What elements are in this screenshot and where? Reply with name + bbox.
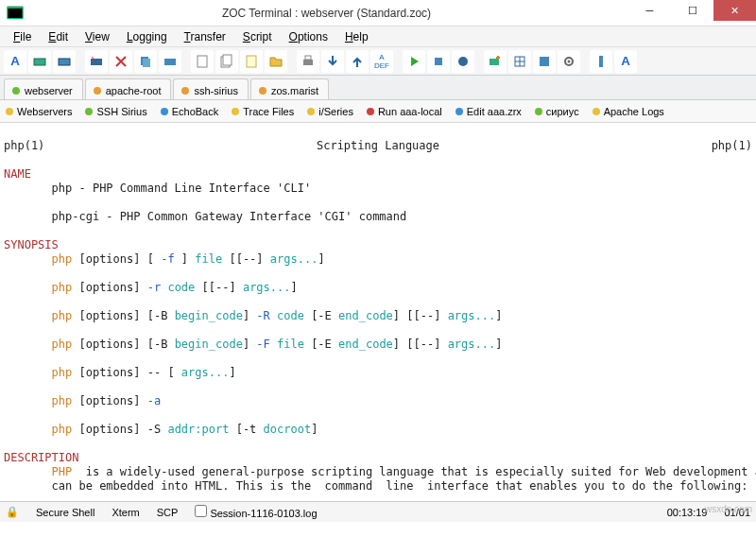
tb-grid1-icon[interactable] (508, 50, 531, 73)
bm-trace-files[interactable]: Trace Files (232, 106, 294, 117)
tab-label: apache-root (106, 85, 162, 96)
menu-transfer[interactable]: Transfer (177, 28, 233, 45)
section-synopsis: SYNOPSIS (4, 238, 59, 251)
bm-sirius-cyr[interactable]: сириус (535, 106, 579, 117)
statusbar: 🔒 Secure Shell Xterm SCP Session-1116-01… (0, 501, 756, 522)
tb-copy-icon[interactable] (134, 50, 157, 73)
status-log-toggle[interactable]: Session-1116-0103.log (195, 505, 317, 519)
bm-run-aaa[interactable]: Run aaa-local (367, 106, 442, 117)
tb-page-icon[interactable] (191, 50, 214, 73)
bookmark-bar: Webservers SSH Sirius EchoBack Trace Fil… (0, 100, 756, 123)
tb-connect-icon[interactable] (28, 50, 51, 73)
t: -f (161, 252, 174, 266)
cmd: php (4, 338, 72, 351)
tb-record-icon[interactable] (452, 50, 474, 73)
folder-icon (232, 108, 239, 115)
menu-file[interactable]: File (6, 28, 39, 45)
minimize-button[interactable]: ─ (628, 0, 671, 21)
tb-grid2-icon[interactable] (533, 50, 556, 73)
tb-disconnect-icon[interactable] (85, 50, 108, 73)
man-header-left: php(1) (4, 139, 44, 153)
tb-pages-icon[interactable] (215, 50, 238, 73)
t: end_code (338, 309, 393, 322)
t: -F (256, 338, 269, 351)
cmd: php (4, 394, 72, 407)
tab-label: webserver (25, 85, 73, 96)
tb-paste-icon[interactable] (159, 50, 181, 73)
tb-print-icon[interactable] (297, 50, 319, 73)
t: addr:port (167, 423, 229, 436)
menu-logging[interactable]: Logging (119, 28, 175, 45)
bm-label: Edit aaa.zrx (467, 106, 522, 117)
bm-edit-aaa[interactable]: Edit aaa.zrx (455, 106, 522, 117)
tabbar: webserver apache-root ssh-sirius zos.mar… (0, 76, 756, 100)
t: ] (229, 366, 235, 379)
t: [-t (229, 423, 263, 436)
t (270, 309, 277, 322)
menu-script[interactable]: Script (235, 28, 280, 45)
tb-down-icon[interactable] (321, 50, 344, 73)
t (270, 338, 277, 351)
t: [options] [ (72, 252, 161, 266)
menu-edit[interactable]: Edit (41, 28, 76, 45)
log-filename: Session-1116-0103.log (210, 508, 317, 519)
tab-ssh-sirius[interactable]: ssh-sirius (173, 78, 248, 99)
tb-tool2-icon[interactable]: A (614, 50, 637, 73)
cmd: php (4, 423, 72, 436)
tb-stop-icon[interactable] (427, 50, 450, 73)
tb-add-icon[interactable] (484, 50, 507, 73)
dot-icon (85, 108, 93, 115)
bm-label: SSH Sirius (96, 106, 146, 117)
section-description: DESCRIPTION (4, 451, 78, 464)
log-checkbox[interactable] (195, 505, 207, 517)
t: PHP (4, 465, 72, 478)
t: [options] -S (72, 423, 167, 436)
tb-gear-icon[interactable] (558, 50, 580, 73)
svg-rect-13 (305, 56, 311, 60)
menu-help[interactable]: Help (337, 28, 376, 45)
maximize-button[interactable]: ☐ (671, 0, 713, 21)
status-term: Xterm (112, 507, 139, 518)
tab-dot-icon (12, 87, 20, 95)
bm-apache-logs[interactable]: Apache Logs (593, 106, 664, 117)
tab-webserver[interactable]: webserver (4, 78, 83, 99)
t: ] (495, 338, 502, 351)
t: is a widely-used general-purpose scripti… (72, 465, 756, 478)
folder-icon (593, 108, 600, 115)
titlebar: ZOC Terminal : webserver (Standard.zoc) … (0, 0, 756, 26)
bm-iseries[interactable]: i/Series (307, 106, 353, 117)
menu-options[interactable]: Options (282, 28, 335, 45)
tb-tool1-icon[interactable] (590, 50, 612, 73)
dot-icon (535, 108, 542, 115)
tb-close-icon[interactable] (110, 50, 132, 73)
tab-apache-root[interactable]: apache-root (85, 78, 172, 99)
t: [options] [-B (72, 309, 174, 322)
man-text: php-cgi - PHP Common Gateway Interface '… (4, 210, 406, 223)
bm-label: Apache Logs (604, 106, 664, 117)
svg-rect-4 (91, 59, 102, 65)
tb-note-icon[interactable] (240, 50, 263, 73)
tb-up-icon[interactable] (346, 50, 369, 73)
bm-ssh-sirius[interactable]: SSH Sirius (85, 106, 146, 117)
tab-zos-marist[interactable]: zos.marist (250, 78, 329, 99)
t: can be embedded into HTML. This is the c… (4, 479, 747, 493)
t: code (167, 281, 195, 294)
svg-rect-2 (34, 59, 45, 65)
close-button[interactable]: ✕ (713, 0, 756, 21)
cmd: php (4, 252, 72, 266)
tb-def-icon[interactable]: ADEF (370, 50, 393, 73)
t: args... (270, 252, 318, 266)
status-time: 00:13:19 (667, 507, 708, 518)
tb-open-icon[interactable] (265, 50, 287, 73)
svg-rect-1 (9, 9, 23, 18)
t: -R (256, 309, 269, 322)
svg-rect-14 (435, 58, 442, 65)
bm-webservers[interactable]: Webservers (6, 106, 72, 117)
t: args... (181, 366, 230, 379)
terminal-area[interactable]: php(1)Scripting Languagephp(1) NAME php … (0, 123, 756, 501)
tb-profile-icon[interactable] (53, 50, 76, 73)
tb-font-icon[interactable]: A (4, 50, 26, 73)
bm-echoback[interactable]: EchoBack (161, 106, 219, 117)
menu-view[interactable]: View (77, 28, 117, 45)
tb-play-icon[interactable] (403, 50, 425, 73)
